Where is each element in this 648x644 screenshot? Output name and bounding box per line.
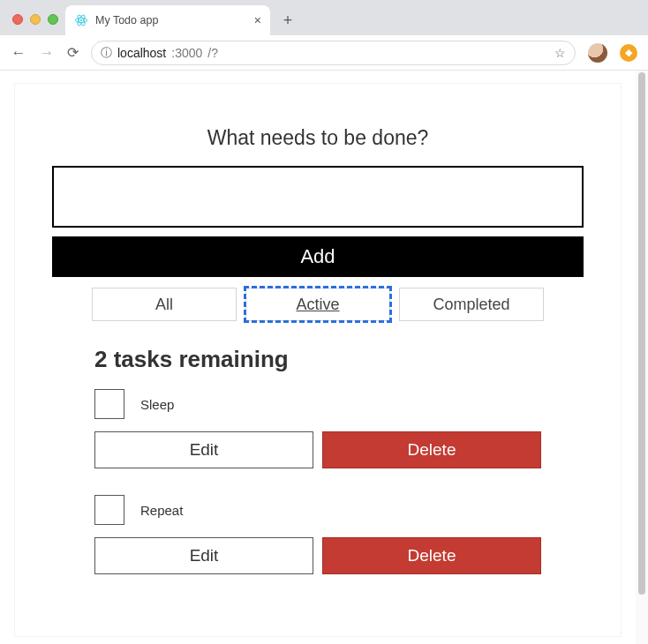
edit-button[interactable]: Edit xyxy=(94,537,313,574)
window-close-icon[interactable] xyxy=(12,14,23,25)
extension-icon[interactable]: ◆ xyxy=(620,44,637,62)
reload-button[interactable]: ⟳ xyxy=(67,44,79,61)
task-label: Repeat xyxy=(140,503,183,518)
todo-app: What needs to be done? Add All Active Co… xyxy=(14,83,622,637)
tab-close-icon[interactable]: × xyxy=(254,14,261,26)
scrollbar-thumb[interactable] xyxy=(638,72,645,595)
svg-point-3 xyxy=(80,19,82,21)
bookmark-star-icon[interactable]: ☆ xyxy=(554,46,566,60)
window-controls xyxy=(11,14,65,35)
filter-group: All Active Completed xyxy=(52,288,584,321)
react-favicon-icon xyxy=(74,13,88,27)
delete-button[interactable]: Delete xyxy=(322,431,541,468)
add-button[interactable]: Add xyxy=(52,236,584,277)
tasks-section: 2 tasks remaining Sleep Edit Delete Repe… xyxy=(52,346,584,574)
filter-completed[interactable]: Completed xyxy=(399,288,544,321)
tab-strip: My Todo app × + xyxy=(0,0,648,35)
site-info-icon[interactable]: ⓘ xyxy=(101,45,112,61)
window-zoom-icon[interactable] xyxy=(48,14,58,25)
url-host: localhost xyxy=(117,46,166,60)
new-tab-button[interactable]: + xyxy=(275,8,300,33)
delete-button[interactable]: Delete xyxy=(322,537,541,574)
forward-button[interactable]: → xyxy=(39,44,55,62)
task-label: Sleep xyxy=(140,397,174,412)
remaining-heading: 2 tasks remaining xyxy=(94,346,541,373)
new-todo-input[interactable] xyxy=(52,166,584,228)
url-path: /? xyxy=(207,46,218,60)
task-item: Sleep Edit Delete xyxy=(94,389,541,468)
back-button[interactable]: ← xyxy=(11,44,26,62)
task-checkbox[interactable] xyxy=(94,389,124,419)
filter-active[interactable]: Active xyxy=(245,288,390,321)
window-minimize-icon[interactable] xyxy=(30,14,41,25)
task-item: Repeat Edit Delete xyxy=(94,495,541,574)
prompt-heading: What needs to be done? xyxy=(52,126,584,150)
address-bar: ← → ⟳ ⓘ localhost:3000/? ☆ ◆ xyxy=(0,35,648,71)
page-viewport: What needs to be done? Add All Active Co… xyxy=(0,71,636,644)
browser-tab[interactable]: My Todo app × xyxy=(65,5,270,35)
vertical-scrollbar[interactable] xyxy=(636,71,648,644)
task-checkbox[interactable] xyxy=(94,495,124,525)
url-port: :3000 xyxy=(171,46,202,60)
tab-title: My Todo app xyxy=(95,14,247,26)
omnibox[interactable]: ⓘ localhost:3000/? ☆ xyxy=(91,41,576,65)
profile-avatar[interactable] xyxy=(588,43,607,63)
filter-all[interactable]: All xyxy=(92,288,237,321)
browser-chrome: My Todo app × + ← → ⟳ ⓘ localhost:3000/?… xyxy=(0,0,648,71)
edit-button[interactable]: Edit xyxy=(94,431,313,468)
